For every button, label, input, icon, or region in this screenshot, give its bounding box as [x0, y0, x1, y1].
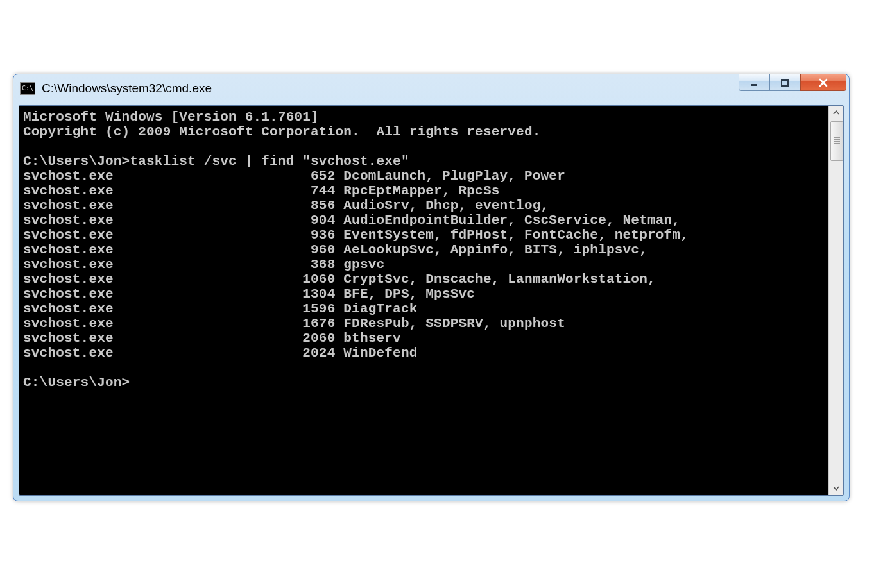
chevron-up-icon — [833, 110, 839, 116]
svg-rect-0 — [751, 84, 757, 86]
command-prompt-window: C:\Windows\system32\cmd.exe Microsoft Wi… — [13, 74, 850, 501]
minimize-icon — [750, 78, 759, 87]
scroll-up-button[interactable] — [830, 106, 843, 120]
scroll-down-button[interactable] — [830, 481, 843, 495]
chevron-down-icon — [833, 485, 839, 491]
close-icon — [818, 78, 828, 88]
cmd-icon — [20, 82, 35, 95]
maximize-button[interactable] — [769, 74, 800, 91]
console-output[interactable]: Microsoft Windows [Version 6.1.7601] Cop… — [19, 106, 828, 495]
vertical-scrollbar[interactable] — [828, 106, 843, 495]
svg-rect-2 — [782, 80, 788, 81]
client-area: Microsoft Windows [Version 6.1.7601] Cop… — [19, 105, 844, 496]
minimize-button[interactable] — [739, 74, 769, 91]
window-title: C:\Windows\system32\cmd.exe — [42, 81, 212, 96]
maximize-icon — [780, 78, 789, 87]
scrollbar-thumb[interactable] — [830, 121, 843, 161]
close-button[interactable] — [800, 74, 846, 91]
titlebar[interactable]: C:\Windows\system32\cmd.exe — [13, 74, 849, 103]
